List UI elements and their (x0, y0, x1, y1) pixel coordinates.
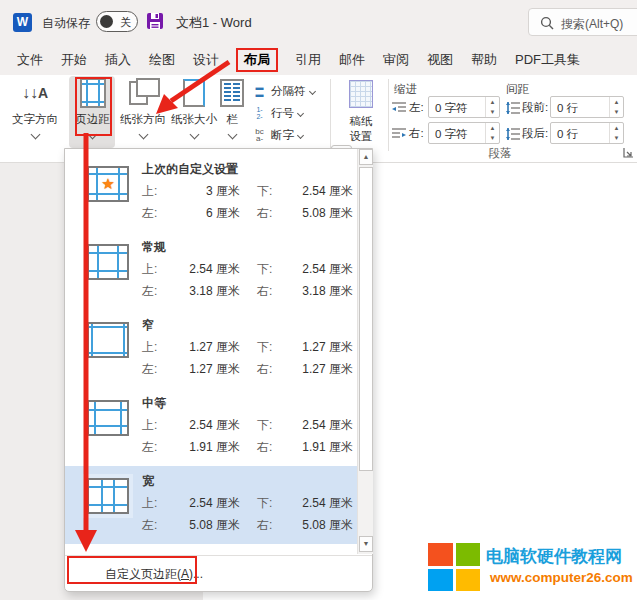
grid-paper-icon (349, 80, 373, 108)
custom-margins-item[interactable]: 自定义页边距(A)... (105, 566, 203, 583)
value-left: 1.91 厘米 (164, 439, 240, 456)
label-top: 上: (142, 339, 157, 356)
spacing-after-row: 段后: 0 行 ▲▼ (506, 122, 632, 144)
menu-item-title: 常规 (142, 239, 166, 256)
indent-left-value: 0 字符 (435, 101, 468, 116)
chevron-down-icon (227, 130, 237, 140)
paper-setup-button[interactable]: 稿纸 设置 (338, 77, 384, 155)
label-top: 上: (142, 495, 157, 512)
margins-button[interactable]: 页边距 (70, 77, 115, 143)
label-left: 左: (142, 283, 157, 300)
paper-setup-label-1: 稿纸 (350, 114, 373, 129)
tab-design[interactable]: 设计 (192, 49, 220, 71)
text-direction-button[interactable]: ↓↓A 文字方向 (6, 77, 64, 143)
watermark: 电脑软硬件教程网 www.computer26.com (428, 543, 633, 593)
chevron-down-icon (297, 131, 304, 138)
tab-insert[interactable]: 插入 (104, 49, 132, 71)
watermark-site-name: 电脑软硬件教程网 (486, 545, 622, 568)
margins-preset-custom-icon: ★ (87, 166, 129, 202)
label-bottom: 下: (257, 261, 272, 278)
menu-item-last-custom[interactable]: ★ 上次的自定义设置 上: 3 厘米 下: 2.54 厘米 左: 6 厘米 右:… (65, 154, 358, 232)
label-right: 右: (257, 205, 272, 222)
value-top: 2.54 厘米 (164, 261, 240, 278)
value-top: 1.27 厘米 (164, 339, 240, 356)
ribbon-tab-row: 文件 开始 插入 绘图 设计 布局 引用 邮件 审阅 视图 帮助 PDF工具集 (0, 45, 637, 75)
tab-mailings[interactable]: 邮件 (338, 49, 366, 71)
orientation-label: 纸张方向 (120, 112, 166, 127)
tab-view[interactable]: 视图 (426, 49, 454, 71)
value-bottom: 2.54 厘米 (277, 417, 353, 434)
title-bar: W 自动保存 关 文档1 - Word 搜索(Alt+Q) (0, 0, 637, 45)
spacing-after-value: 0 行 (557, 127, 578, 142)
search-placeholder: 搜索(Alt+Q) (561, 16, 623, 33)
columns-button[interactable]: 栏 (217, 77, 247, 143)
line-numbers-button[interactable]: 1-2- 行号 (252, 104, 332, 122)
scroll-up-icon[interactable]: ▲ (359, 149, 373, 165)
tab-pdf-tools[interactable]: PDF工具集 (514, 49, 581, 71)
custom-margins-text: )... (189, 567, 203, 581)
label-bottom: 下: (257, 495, 272, 512)
indent-right-input[interactable]: 0 字符 ▲▼ (428, 122, 500, 144)
paper-size-button[interactable]: 纸张大小 (170, 77, 218, 143)
label-bottom: 下: (257, 339, 272, 356)
watermark-logo-icon (428, 543, 480, 591)
tab-file[interactable]: 文件 (16, 49, 44, 71)
search-box[interactable]: 搜索(Alt+Q) (528, 8, 637, 36)
menu-item-normal[interactable]: 常规 上: 2.54 厘米 下: 2.54 厘米 左: 3.18 厘米 右: 3… (65, 232, 358, 310)
paragraph-group-label: 段落 (455, 146, 545, 161)
document-title: 文档1 - Word (176, 14, 252, 32)
menu-item-wide[interactable]: 宽 上: 2.54 厘米 下: 2.54 厘米 左: 5.08 厘米 右: 5.… (65, 466, 358, 544)
value-left: 1.27 厘米 (164, 361, 240, 378)
indent-right-value: 0 字符 (435, 127, 468, 142)
scrollbar-thumb[interactable] (359, 167, 373, 471)
columns-icon (220, 79, 244, 107)
margins-preset-normal-icon (87, 244, 129, 280)
value-right: 1.91 厘米 (277, 439, 353, 456)
indent-left-input[interactable]: 0 字符 ▲▼ (428, 96, 500, 118)
word-app-icon[interactable]: W (13, 13, 32, 32)
tab-layout[interactable]: 布局 (236, 48, 278, 72)
spacing-before-input[interactable]: 0 行 ▲▼ (550, 96, 624, 118)
label-left: 左: (142, 439, 157, 456)
spinner-arrows-icon[interactable]: ▲▼ (609, 123, 623, 143)
breaks-button[interactable]: ▬▬ 分隔符 (252, 82, 332, 100)
search-icon (540, 16, 554, 30)
menu-scrollbar[interactable]: ▲ ▼ (357, 149, 373, 554)
label-bottom: 下: (257, 417, 272, 434)
spacing-before-value: 0 行 (557, 101, 578, 116)
hyphenation-button[interactable]: bca- 断字 (252, 126, 332, 144)
spinner-arrows-icon[interactable]: ▲▼ (609, 97, 623, 117)
save-icon[interactable] (146, 12, 164, 30)
tab-draw[interactable]: 绘图 (148, 49, 176, 71)
spinner-arrows-icon[interactable]: ▲▼ (485, 123, 499, 143)
indent-right-label: 右: (409, 126, 424, 141)
spacing-section-title: 间距 (506, 82, 529, 97)
watermark-site-url: www.computer26.com (490, 570, 633, 585)
scroll-down-icon[interactable]: ▼ (359, 536, 373, 552)
tab-review[interactable]: 审阅 (382, 49, 410, 71)
text-direction-icon: ↓↓A (22, 77, 48, 109)
autosave-toggle[interactable]: 关 (96, 11, 138, 32)
label-top: 上: (142, 261, 157, 278)
indent-right-icon (392, 128, 406, 140)
tab-help[interactable]: 帮助 (470, 49, 498, 71)
orientation-button[interactable]: 纸张方向 (116, 77, 170, 143)
dialog-launcher-icon[interactable] (622, 147, 634, 159)
breaks-icon: ▬▬ (252, 84, 267, 98)
line-numbers-label: 行号 (271, 106, 294, 121)
menu-item-narrow[interactable]: 窄 上: 1.27 厘米 下: 1.27 厘米 左: 1.27 厘米 右: 1.… (65, 310, 358, 388)
menu-item-moderate[interactable]: 中等 上: 2.54 厘米 下: 2.54 厘米 左: 1.91 厘米 右: 1… (65, 388, 358, 466)
spinner-arrows-icon[interactable]: ▲▼ (485, 97, 499, 117)
spacing-after-input[interactable]: 0 行 ▲▼ (550, 122, 624, 144)
menu-item-title: 中等 (142, 395, 166, 412)
chevron-down-icon (138, 130, 148, 140)
value-right: 5.08 厘米 (277, 517, 353, 534)
star-icon: ★ (89, 175, 127, 193)
spacing-after-label: 段后: (522, 126, 548, 141)
tab-references[interactable]: 引用 (294, 49, 322, 71)
autosave-label: 自动保存 (42, 15, 90, 32)
tab-home[interactable]: 开始 (60, 49, 88, 71)
value-right: 3.18 厘米 (277, 283, 353, 300)
value-bottom: 2.54 厘米 (277, 495, 353, 512)
spacing-before-label: 段前: (522, 100, 548, 115)
